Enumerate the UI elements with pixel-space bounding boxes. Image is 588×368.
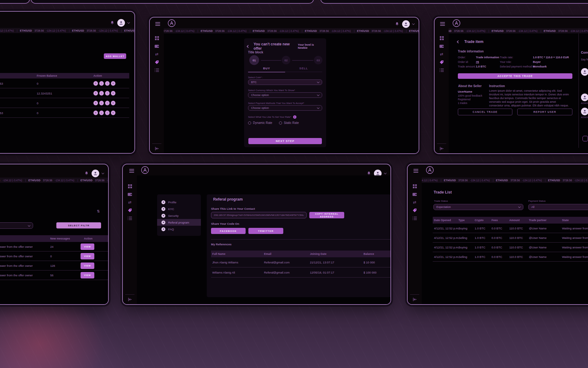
tag-icon[interactable] (128, 208, 132, 213)
bell-icon[interactable] (367, 171, 371, 176)
bell-icon[interactable] (395, 22, 399, 26)
wallet-icon[interactable] (128, 192, 132, 197)
payment-select[interactable]: Choose option (248, 105, 322, 111)
menu-icon[interactable] (155, 22, 160, 23)
twitter-share-button[interactable]: TRWITTER (248, 228, 283, 234)
conversation-avatar[interactable] (581, 108, 588, 115)
settings-nav-item[interactable]: KYC (157, 205, 201, 212)
dashboard-icon[interactable] (155, 36, 159, 40)
settings-nav-item[interactable]: FAQ (157, 226, 201, 232)
user-chip[interactable] (110, 19, 130, 27)
dashboard-icon[interactable] (128, 184, 132, 189)
view-button[interactable]: VIEW (81, 253, 94, 259)
user-chip[interactable] (85, 170, 104, 177)
dynamic-rate-radio[interactable]: Dynamic Rate (248, 121, 272, 125)
withdraw-icon[interactable]: ↓ (99, 91, 104, 95)
conversation-avatar[interactable] (581, 68, 588, 76)
deposit-icon[interactable]: + (93, 101, 98, 105)
deposit-icon[interactable]: + (93, 81, 98, 86)
chevron-down-icon[interactable] (102, 172, 104, 174)
send-icon[interactable]: ↑ (105, 91, 110, 95)
list-icon[interactable] (439, 68, 444, 72)
ticker-symbol: ETH/USD (409, 29, 419, 33)
list-icon[interactable] (128, 216, 132, 220)
app-logo (452, 19, 461, 27)
collapse-sidebar-icon[interactable] (439, 146, 444, 151)
collapse-sidebar-icon[interactable] (155, 146, 159, 151)
swap-icon[interactable]: ⇄ (413, 200, 417, 205)
send-icon[interactable]: ↑ (105, 110, 110, 115)
report-user-button[interactable]: REPORT USER (517, 109, 572, 115)
send-icon[interactable]: ↑ (105, 101, 110, 105)
deposit-icon[interactable]: + (93, 110, 98, 115)
back-icon[interactable] (247, 45, 250, 48)
tag-icon[interactable] (439, 60, 444, 64)
filter-select[interactable] (0, 222, 33, 229)
withdraw-icon[interactable]: ↓ (99, 101, 104, 105)
swap-icon[interactable]: ⇄ (128, 200, 132, 205)
swap-icon[interactable]: ⇄ (439, 52, 444, 56)
menu-icon[interactable] (129, 169, 134, 170)
wallet-icon[interactable] (413, 192, 417, 197)
payment-status-select[interactable]: All (528, 204, 588, 210)
more-action-icon[interactable]: + (111, 101, 115, 105)
trade-status-select[interactable]: Expectation (433, 204, 523, 210)
collapse-sidebar-icon[interactable] (128, 297, 132, 302)
app-logo (141, 166, 149, 174)
trade-fees: 0.0 BTC (492, 236, 502, 240)
chevron-down-icon[interactable] (384, 172, 386, 174)
bell-icon[interactable] (110, 21, 115, 25)
bell-icon[interactable] (85, 171, 89, 176)
info-icon[interactable]: i (293, 115, 296, 119)
dashboard-icon[interactable] (439, 36, 444, 40)
settings-nav-item[interactable]: Profile (157, 199, 201, 205)
tab-buy[interactable]: BUY (248, 67, 285, 72)
tag-icon[interactable] (155, 60, 159, 64)
send-message-button[interactable] (582, 136, 588, 141)
withdraw-icon[interactable]: ↓ (99, 110, 104, 115)
menu-icon[interactable] (413, 169, 418, 170)
accept-trade-button[interactable]: ACCEPTE THIS TRADE (458, 73, 572, 79)
view-button[interactable]: VIEW (81, 272, 94, 278)
chevron-down-icon[interactable] (127, 21, 130, 24)
menu-icon[interactable] (440, 22, 445, 23)
more-action-icon[interactable]: + (111, 91, 115, 95)
avatar[interactable] (402, 20, 410, 28)
collapse-sidebar-icon[interactable] (413, 297, 417, 302)
send-icon[interactable]: ↑ (105, 81, 110, 86)
deposit-icon[interactable]: + (93, 91, 98, 95)
avatar[interactable] (117, 19, 125, 27)
wallet-icon[interactable] (439, 44, 444, 48)
currency-select[interactable]: Choose option (248, 92, 322, 98)
settings-nav-item[interactable]: Referal program (157, 219, 201, 226)
withdraw-icon[interactable]: ↓ (99, 81, 104, 86)
price-ticker: ETH/USD 3728.56 -134.12 (-3.47%) | ETH/U… (164, 28, 419, 33)
user-chip[interactable] (395, 20, 414, 28)
list-icon[interactable] (155, 68, 159, 72)
next-step-button[interactable]: NEXT STEP (248, 138, 322, 144)
avatar[interactable] (92, 170, 99, 177)
referral-link-input[interactable] (211, 212, 307, 218)
select-filter-button[interactable]: SELECT FILTR (56, 222, 101, 228)
more-action-icon[interactable]: + (111, 81, 115, 86)
cancel-trade-button[interactable]: CANCEL TRADE (458, 109, 512, 115)
coin-select[interactable]: BTC (248, 79, 322, 85)
dashboard-icon[interactable] (413, 184, 417, 189)
tab-sell[interactable]: SELL (285, 67, 322, 72)
conversation-avatar[interactable] (581, 94, 588, 101)
static-rate-radio[interactable]: Static Rate (279, 121, 299, 125)
swap-icon[interactable]: ⇄ (155, 52, 159, 56)
back-icon[interactable] (457, 40, 460, 43)
more-action-icon[interactable]: + (111, 110, 115, 115)
sort-icon[interactable]: ⇅ (97, 209, 100, 213)
copy-address-button[interactable]: COPY INTERNAL ADDRESS (309, 212, 344, 218)
list-icon[interactable] (413, 216, 417, 220)
wallet-icon[interactable] (155, 44, 159, 48)
chevron-down-icon[interactable] (412, 22, 415, 25)
settings-nav-item[interactable]: Security (157, 212, 201, 219)
view-button[interactable]: VIEW (81, 263, 94, 269)
add-wallet-button[interactable]: ADD WALLET (104, 53, 126, 59)
facebook-share-button[interactable]: FACEBOOK (211, 228, 246, 234)
view-button[interactable]: VIEW (81, 243, 94, 250)
tag-icon[interactable] (413, 208, 417, 213)
